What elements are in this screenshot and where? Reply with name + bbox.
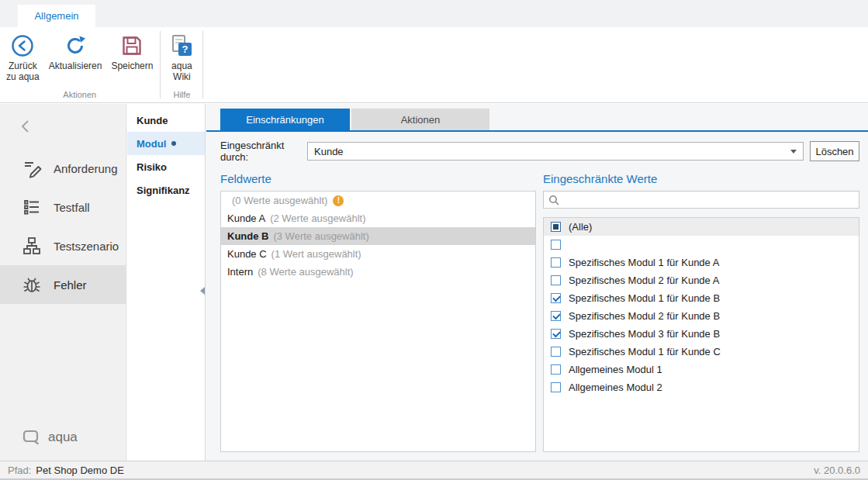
checkbox[interactable] — [551, 329, 561, 339]
feldwerte-name: Kunde A — [227, 212, 265, 224]
checkbox[interactable] — [551, 364, 561, 375]
feldwerte-row[interactable]: (0 Werte ausgewählt) ! — [221, 192, 535, 209]
checkbox[interactable] — [551, 293, 561, 303]
tab-aktionen[interactable]: Aktionen — [351, 109, 489, 130]
tab-einschraenkungen[interactable]: Einschränkungen — [220, 109, 350, 130]
back-to-aqua-button[interactable]: Zurückzu aqua — [2, 29, 44, 82]
ribbon-group-label-aktionen: Aktionen — [2, 90, 157, 102]
checkbox[interactable] — [551, 347, 561, 357]
requirement-pencil-icon — [22, 158, 42, 178]
sidebar-item-label: Testfall — [54, 201, 90, 214]
search-input[interactable] — [559, 194, 859, 205]
numbered-list-icon — [22, 197, 42, 217]
bug-icon — [22, 275, 42, 295]
chevron-left-icon — [19, 118, 33, 135]
checkbox[interactable] — [551, 257, 561, 268]
sidebar-item-anforderung[interactable]: Anforderung — [0, 149, 126, 188]
werte-row[interactable]: Spezifisches Modul 1 für Kunde B — [544, 289, 859, 307]
werte-row[interactable]: Spezifisches Modul 2 für Kunde A — [544, 271, 859, 289]
feldwerte-row[interactable]: Intern (8 Werte ausgewählt) — [221, 263, 535, 281]
ribbon-separator — [160, 31, 161, 98]
svg-text:?: ? — [182, 43, 188, 55]
checkbox[interactable] — [551, 240, 561, 250]
werte-label: Spezifisches Modul 3 für Kunde B — [569, 328, 720, 340]
field-nav: Kunde Modul Risiko Signifikanz — [127, 104, 206, 461]
modified-dot-icon — [171, 141, 176, 146]
field-nav-label: Signifikanz — [137, 185, 190, 196]
save-button-label: Speichern — [111, 60, 153, 82]
back-button-label: Zurückzu aqua — [6, 60, 40, 82]
save-button[interactable]: Speichern — [106, 29, 157, 82]
werte-row[interactable]: Allgemeines Modul 2 — [544, 378, 859, 396]
werte-row[interactable]: (Alle) — [544, 218, 859, 236]
werte-label: Spezifisches Modul 2 für Kunde A — [569, 275, 719, 286]
help-wiki-icon: ? — [168, 33, 195, 59]
werte-label: Spezifisches Modul 1 für Kunde C — [569, 346, 721, 357]
feldwerte-name: Kunde C — [227, 248, 267, 260]
werte-panel: Eingeschränkte Werte (Alle) Spez — [543, 172, 859, 452]
tab-allgemein[interactable]: Allgemein — [18, 5, 95, 27]
feldwerte-row[interactable]: Kunde B (3 Werte ausgewählt) — [221, 227, 535, 245]
werte-row[interactable]: Allgemeines Modul 1 — [544, 361, 859, 378]
checkbox[interactable] — [551, 275, 561, 285]
field-nav-label: Modul — [137, 138, 166, 150]
save-icon — [119, 33, 145, 59]
refresh-button-label: Aktualisieren — [49, 60, 102, 82]
werte-row[interactable]: Spezifisches Modul 2 für Kunde B — [544, 307, 859, 325]
aqua-logo-icon — [22, 427, 41, 447]
sidebar-item-testszenario[interactable]: Testszenario — [0, 226, 126, 265]
ribbon-group-aktionen: Zurückzu aqua Aktualisieren — [0, 27, 159, 102]
werte-row[interactable]: Spezifisches Modul 1 für Kunde C — [544, 343, 859, 361]
werte-row[interactable]: Spezifisches Modul 3 für Kunde B — [544, 325, 859, 343]
feldwerte-count: (1 Wert ausgewählt) — [271, 248, 361, 260]
feldwerte-title: Feldwerte — [220, 172, 536, 188]
checkbox[interactable] — [551, 382, 561, 392]
restricted-by-label: Eingeschränkt durch: — [220, 140, 307, 163]
field-nav-item-risiko[interactable]: Risiko — [127, 155, 205, 178]
delete-button[interactable]: Löschen — [810, 141, 859, 161]
content-area: Einschränkungen Aktionen Eingeschränkt d… — [206, 104, 868, 461]
werte-row[interactable]: Spezifisches Modul 1 für Kunde A — [544, 254, 859, 271]
werte-label: Spezifisches Modul 2 für Kunde B — [569, 310, 720, 322]
ribbon-separator — [202, 31, 203, 98]
path-value: Pet Shop Demo DE — [36, 464, 123, 476]
hierarchy-icon — [22, 236, 42, 256]
path-label: Pfad: — [8, 464, 31, 476]
status-bar: Pfad: Pet Shop Demo DE v. 20.0.6.0 — [0, 461, 868, 480]
sidebar-collapse-button[interactable] — [19, 118, 33, 135]
aqua-logo-text: aqua — [48, 430, 78, 445]
splitter-collapse-arrow[interactable] — [200, 287, 205, 295]
werte-list: (Alle) Spezifisches Modul 1 für Kunde A … — [543, 217, 859, 452]
aqua-logo: aqua — [22, 427, 78, 447]
checkbox-alle[interactable] — [551, 222, 561, 232]
ribbon: Zurückzu aqua Aktualisieren — [0, 27, 868, 103]
warning-icon: ! — [333, 195, 344, 206]
aqua-wiki-button[interactable]: ? aquaWiki — [163, 29, 200, 82]
ribbon-group-hilfe: ? aquaWiki Hilfe — [161, 27, 202, 102]
feldwerte-panel: Feldwerte (0 Werte ausgewählt) ! Kunde A… — [220, 172, 536, 452]
feldwerte-row[interactable]: Kunde A (2 Werte ausgewählt) — [221, 209, 535, 227]
werte-row[interactable] — [544, 236, 859, 254]
sidebar-item-fehler[interactable]: Fehler — [0, 265, 126, 304]
sidebar-item-label: Anforderung — [54, 162, 118, 175]
tab-strip: Einschränkungen Aktionen — [206, 109, 868, 132]
field-nav-label: Risiko — [137, 161, 167, 173]
restricted-by-combobox[interactable]: Kunde — [307, 142, 804, 161]
sidebar-item-label: Testszenario — [54, 240, 119, 253]
search-box[interactable] — [543, 191, 859, 209]
sidebar-item-testfall[interactable]: Testfall — [0, 188, 126, 226]
feldwerte-name: Kunde B — [227, 230, 268, 242]
checkbox[interactable] — [551, 311, 561, 321]
ribbon-tab-strip: Allgemein — [0, 0, 868, 27]
combobox-value: Kunde — [314, 146, 344, 157]
refresh-button[interactable]: Aktualisieren — [44, 29, 107, 82]
sidebar-nav: Anforderung Testfall — [0, 149, 126, 304]
field-nav-item-signifikanz[interactable]: Signifikanz — [127, 178, 205, 202]
restriction-row: Eingeschränkt durch: Kunde Löschen — [220, 141, 859, 161]
feldwerte-count: (2 Werte ausgewählt) — [270, 212, 365, 224]
field-nav-item-kunde[interactable]: Kunde — [127, 109, 205, 132]
feldwerte-row[interactable]: Kunde C (1 Wert ausgewählt) — [221, 245, 535, 263]
field-nav-item-modul[interactable]: Modul — [127, 132, 205, 155]
back-icon — [9, 33, 36, 59]
sidebar: Anforderung Testfall — [0, 104, 126, 461]
